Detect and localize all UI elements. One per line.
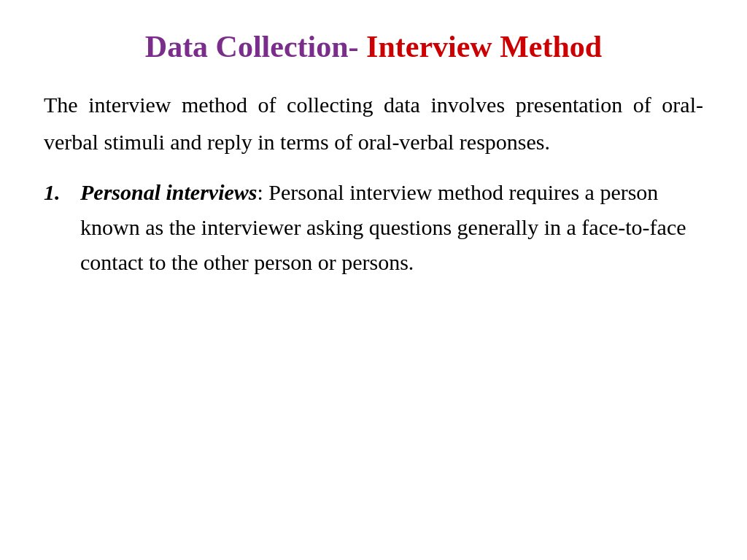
list-number: 1. <box>44 175 80 210</box>
slide-title: Data Collection- Interview Method <box>36 29 711 64</box>
list-section: 1. Personal interviews: Personal intervi… <box>36 175 711 280</box>
list-content: Personal interviews: Personal interview … <box>80 175 711 280</box>
list-term: Personal interviews <box>80 180 258 204</box>
title-part1: Data Collection- <box>145 30 366 63</box>
intro-paragraph: The interview method of collecting data … <box>36 86 711 160</box>
title-part2: Interview Method <box>366 30 602 63</box>
list-item: 1. Personal interviews: Personal intervi… <box>44 175 711 280</box>
slide: Data Collection- Interview Method The in… <box>0 0 747 560</box>
